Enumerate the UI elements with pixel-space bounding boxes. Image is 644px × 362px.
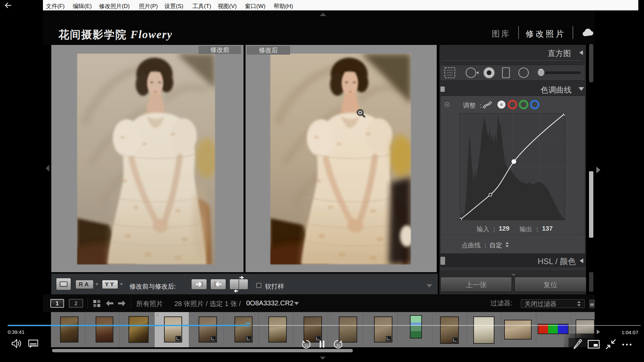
svg-text:10: 10 — [304, 344, 308, 348]
svg-text:30: 30 — [336, 344, 340, 348]
